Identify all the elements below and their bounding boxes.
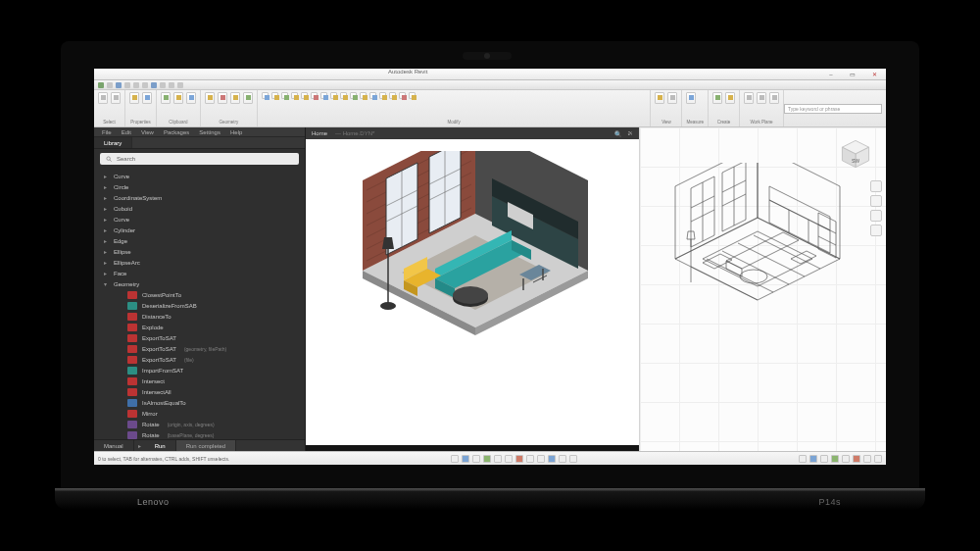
tree-node[interactable]: ▸Curve bbox=[94, 214, 305, 225]
tree-node[interactable]: ▾Geometry bbox=[94, 278, 305, 289]
tree-node[interactable]: ExportToSAT(file) bbox=[94, 354, 305, 365]
window-maximize-button[interactable]: ▭ bbox=[845, 71, 860, 78]
ribbon-button[interactable] bbox=[271, 92, 278, 99]
status-icon[interactable] bbox=[809, 455, 817, 463]
ribbon-button[interactable] bbox=[379, 92, 386, 99]
footer-tab-manual[interactable]: Manual bbox=[94, 440, 134, 451]
status-icon[interactable] bbox=[505, 455, 513, 463]
tree-node[interactable]: ▸Curve bbox=[94, 171, 305, 181]
tree-node[interactable]: ClosestPointTo bbox=[94, 289, 305, 300]
tree-node[interactable]: DistanceTo bbox=[94, 311, 305, 322]
nav-pan-icon[interactable] bbox=[870, 195, 882, 207]
ribbon-button[interactable] bbox=[667, 92, 677, 104]
status-icon[interactable] bbox=[853, 455, 860, 463]
status-icon[interactable] bbox=[537, 455, 545, 463]
ribbon-button[interactable] bbox=[360, 92, 367, 99]
status-icon[interactable] bbox=[831, 455, 839, 463]
status-icon[interactable] bbox=[494, 455, 502, 463]
status-icon[interactable] bbox=[472, 455, 480, 463]
ribbon-button[interactable] bbox=[757, 92, 766, 104]
canvas-settings-icon[interactable]: ⛭ bbox=[627, 130, 633, 136]
ribbon-button[interactable] bbox=[399, 92, 406, 99]
menu-item[interactable]: Edit bbox=[122, 129, 131, 135]
status-icon[interactable] bbox=[515, 455, 523, 463]
tree-node[interactable]: Intersect bbox=[94, 376, 305, 386]
tree-node[interactable]: ▸Cuboid bbox=[94, 203, 305, 214]
ribbon-button[interactable] bbox=[389, 92, 396, 99]
ribbon-button[interactable] bbox=[291, 92, 298, 99]
window-close-button[interactable]: ✕ bbox=[866, 71, 882, 78]
tree-node[interactable]: Rotate(origin, axis, degrees) bbox=[94, 419, 305, 429]
ribbon-button[interactable] bbox=[769, 92, 779, 104]
nav-zoom-icon[interactable] bbox=[870, 210, 882, 222]
menu-item[interactable]: File bbox=[102, 129, 112, 135]
status-icon[interactable] bbox=[799, 455, 807, 463]
ribbon-search-input[interactable]: Type keyword or phrase bbox=[784, 104, 882, 114]
tab-library[interactable]: Library bbox=[94, 137, 132, 148]
library-search-input[interactable]: Search bbox=[100, 153, 299, 165]
ribbon-button[interactable] bbox=[281, 92, 288, 99]
qat-icon[interactable] bbox=[177, 82, 183, 88]
dynamo-canvas[interactable]: Home — Home.DYN* 🔍 ⛭ bbox=[306, 127, 639, 451]
ribbon-button[interactable] bbox=[725, 92, 735, 104]
qat-icon[interactable] bbox=[142, 82, 148, 88]
tree-node[interactable]: ▸Face bbox=[94, 268, 305, 278]
tree-node[interactable]: ImportFromSAT bbox=[94, 365, 305, 376]
status-icon[interactable] bbox=[874, 455, 882, 463]
ribbon-button[interactable] bbox=[205, 92, 215, 104]
ribbon-button[interactable] bbox=[230, 92, 240, 104]
tree-node[interactable]: ▸CoordinateSystem bbox=[94, 192, 305, 203]
status-icon[interactable] bbox=[559, 455, 566, 463]
ribbon-button[interactable] bbox=[686, 92, 696, 104]
status-icon[interactable] bbox=[526, 455, 534, 463]
status-icon[interactable] bbox=[462, 455, 469, 463]
status-icon[interactable] bbox=[863, 455, 871, 463]
ribbon-button[interactable] bbox=[98, 92, 108, 104]
window-minimize-button[interactable]: – bbox=[823, 71, 839, 78]
tree-node[interactable]: ▸Edge bbox=[94, 235, 305, 246]
tree-node[interactable]: DeserializeFromSAB bbox=[94, 300, 305, 311]
qat-icon[interactable] bbox=[107, 82, 113, 88]
status-icon[interactable] bbox=[569, 455, 577, 463]
menu-item[interactable]: Packages bbox=[164, 129, 189, 135]
ribbon-button[interactable] bbox=[173, 92, 183, 104]
qat-icon[interactable] bbox=[133, 82, 139, 88]
tree-node[interactable]: Explode bbox=[94, 322, 305, 332]
tree-node[interactable]: IntersectAll bbox=[94, 386, 305, 397]
revit-3d-view[interactable]: SW bbox=[639, 127, 886, 451]
qat-icon[interactable] bbox=[160, 82, 166, 88]
ribbon-button[interactable] bbox=[262, 92, 269, 99]
menu-item[interactable]: View bbox=[141, 129, 154, 135]
ribbon-button[interactable] bbox=[340, 92, 347, 99]
ribbon-button[interactable] bbox=[409, 92, 416, 99]
canvas-viewport[interactable] bbox=[306, 139, 639, 451]
ribbon-button[interactable] bbox=[330, 92, 337, 99]
status-icon[interactable] bbox=[548, 455, 556, 463]
ribbon-button[interactable] bbox=[369, 92, 376, 99]
canvas-zoom-icon[interactable]: 🔍 bbox=[614, 130, 621, 137]
tree-node[interactable]: ▸Circle bbox=[94, 181, 305, 192]
tree-node[interactable]: ExportToSAT(geometry, filePath) bbox=[94, 343, 305, 354]
status-icon[interactable] bbox=[451, 455, 459, 463]
ribbon-button[interactable] bbox=[142, 92, 152, 104]
qat-icon[interactable] bbox=[116, 82, 122, 88]
nav-wheel-icon[interactable] bbox=[870, 180, 882, 192]
ribbon-button[interactable] bbox=[655, 92, 664, 104]
ribbon-button[interactable] bbox=[218, 92, 227, 104]
status-icon[interactable] bbox=[820, 455, 828, 463]
ribbon-button[interactable] bbox=[311, 92, 318, 99]
tree-node[interactable]: IsAlmostEqualTo bbox=[94, 397, 305, 408]
nav-orbit-icon[interactable] bbox=[870, 225, 882, 236]
canvas-tab[interactable]: Home bbox=[312, 130, 327, 136]
tree-node[interactable]: Mirror bbox=[94, 408, 305, 419]
tree-node[interactable]: ▸Ellipse bbox=[94, 246, 305, 257]
qat-icon[interactable] bbox=[124, 82, 130, 88]
qat-icon[interactable] bbox=[151, 82, 157, 88]
ribbon-button[interactable] bbox=[320, 92, 327, 99]
tree-node[interactable]: ▸EllipseArc bbox=[94, 257, 305, 268]
ribbon-button[interactable] bbox=[161, 92, 171, 104]
run-button[interactable]: Run bbox=[145, 440, 176, 451]
qat-icon[interactable] bbox=[98, 82, 104, 88]
ribbon-button[interactable] bbox=[301, 92, 308, 99]
tree-node[interactable]: ▸Cylinder bbox=[94, 225, 305, 235]
